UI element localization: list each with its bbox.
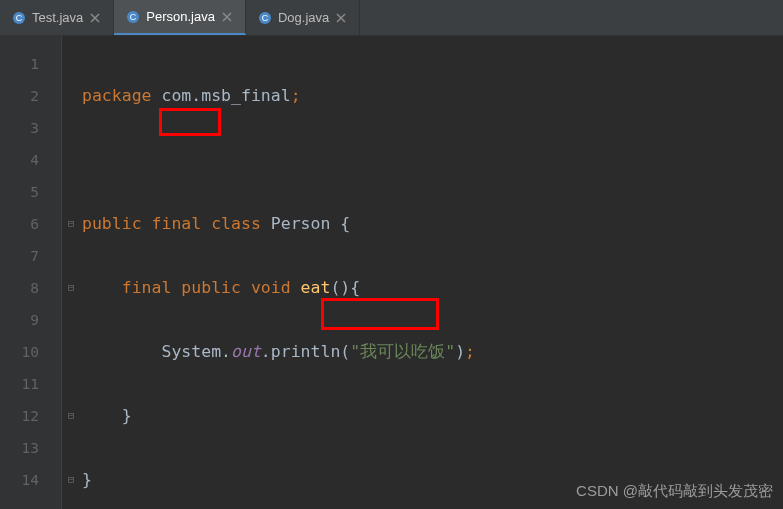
java-class-icon: C	[12, 11, 26, 25]
svg-text:C: C	[262, 13, 269, 23]
fold-icon[interactable]: ⊟	[68, 208, 75, 240]
line-gutter: 1 2 3 4 5 6 7 8 9 10 11 12 13 14	[0, 36, 62, 509]
svg-text:C: C	[16, 13, 23, 23]
line-number: 11	[0, 368, 61, 400]
line-number: 3	[0, 112, 61, 144]
tab-bar: C Test.java C Person.java C Dog.java	[0, 0, 783, 36]
line-number: 6	[0, 208, 61, 240]
line-number: 2	[0, 80, 61, 112]
line-number: 7	[0, 240, 61, 272]
tab-dog-java[interactable]: C Dog.java	[246, 0, 360, 35]
java-class-icon: C	[126, 10, 140, 24]
java-class-icon: C	[258, 11, 272, 25]
line-number: 1	[0, 48, 61, 80]
svg-text:C: C	[130, 12, 137, 22]
tab-label: Person.java	[146, 9, 215, 24]
code-area[interactable]: package com.msb_final; ⊟public final cla…	[62, 36, 783, 509]
line-number: 5	[0, 176, 61, 208]
line-number: 13	[0, 432, 61, 464]
line-number: 14	[0, 464, 61, 496]
tab-label: Dog.java	[278, 10, 329, 25]
line-number: 12	[0, 400, 61, 432]
line-number: 4	[0, 144, 61, 176]
close-icon[interactable]	[335, 12, 347, 24]
line-number: 9	[0, 304, 61, 336]
close-icon[interactable]	[221, 11, 233, 23]
line-number: 10	[0, 336, 61, 368]
close-icon[interactable]	[89, 12, 101, 24]
tab-label: Test.java	[32, 10, 83, 25]
fold-icon[interactable]: ⊟	[68, 464, 75, 496]
line-number: 8	[0, 272, 61, 304]
fold-icon[interactable]: ⊟	[68, 272, 75, 304]
fold-icon[interactable]: ⊟	[68, 400, 75, 432]
tab-test-java[interactable]: C Test.java	[0, 0, 114, 35]
tab-person-java[interactable]: C Person.java	[114, 0, 246, 35]
editor[interactable]: 1 2 3 4 5 6 7 8 9 10 11 12 13 14 package…	[0, 36, 783, 509]
